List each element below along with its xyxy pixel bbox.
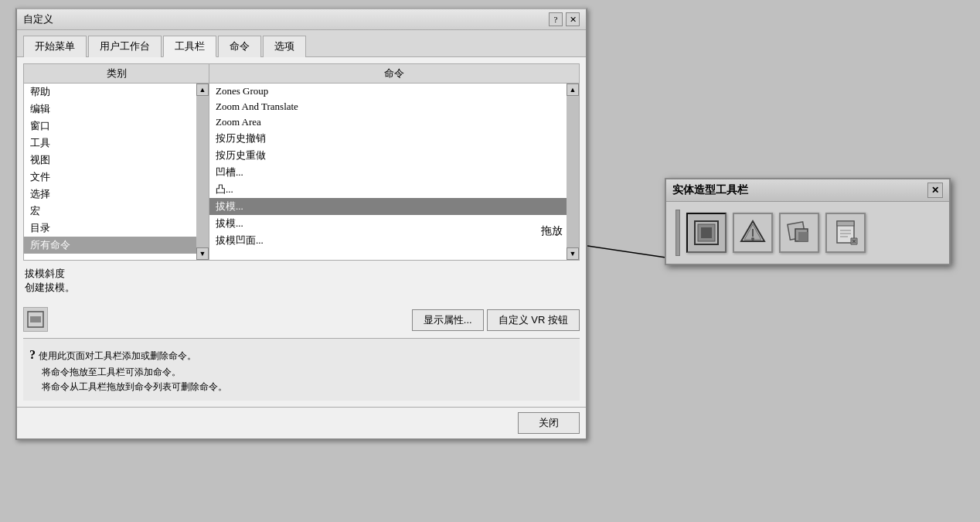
command-icon — [26, 310, 45, 329]
close-row: 关闭 — [17, 407, 586, 438]
description-line2: 创建拔模。 — [25, 281, 578, 295]
grip-bar — [675, 210, 680, 256]
bottom-buttons: 显示属性... 自定义 VR 按钮 — [412, 309, 580, 331]
right-list-item[interactable]: 凸... — [209, 181, 567, 198]
left-list[interactable]: 帮助 编辑 窗口 工具 视图 文件 选择 宏 目录 所有命令 — [24, 84, 196, 260]
tool-icon-2 — [738, 218, 767, 247]
show-properties-button[interactable]: 显示属性... — [412, 309, 484, 331]
tab-toolbar[interactable]: 工具栏 — [163, 36, 216, 57]
right-list-item[interactable]: Zones Group — [209, 84, 567, 99]
right-list-wrapper: Zones Group Zoom And Translate Zoom Area… — [209, 84, 579, 260]
columns-header: 类别 命令 — [23, 63, 580, 83]
left-scrollbar[interactable]: ▲ ▼ — [196, 84, 209, 260]
tool-icon-4 — [831, 218, 860, 247]
list-item[interactable]: 视图 — [24, 152, 196, 169]
close-dialog-button[interactable]: 关闭 — [518, 412, 580, 434]
scroll-track[interactable] — [567, 96, 579, 247]
right-list-item[interactable]: 按历史撤销 — [209, 130, 567, 147]
toolbar-popup-title: 实体造型工具栏 — [672, 183, 748, 197]
customize-vr-button[interactable]: 自定义 VR 按钮 — [487, 309, 580, 331]
list-item[interactable]: 文件 — [24, 169, 196, 186]
svg-rect-14 — [837, 221, 854, 226]
svg-rect-5 — [701, 227, 712, 238]
description-line1: 拔模斜度 — [25, 267, 578, 281]
title-controls: ? ✕ — [549, 12, 580, 26]
description-area: 拔模斜度 创建拔模。 — [23, 264, 580, 302]
col-header-category: 类别 — [24, 64, 209, 83]
info-area: ?使用此页面对工具栏添加或删除命令。 将命令拖放至工具栏可添加命令。 将命令从工… — [23, 338, 580, 401]
toolbar-icon-btn-2[interactable] — [733, 213, 773, 253]
right-list-item[interactable]: 拔模... — [209, 215, 567, 232]
help-button[interactable]: ? — [549, 12, 563, 26]
close-button[interactable]: ✕ — [566, 12, 580, 26]
right-list-item[interactable]: 拔模凹面... — [209, 232, 567, 249]
info-line3: 将命令从工具栏拖放到命令列表可删除命令。 — [42, 381, 227, 392]
right-list-item[interactable]: Zoom And Translate — [209, 99, 567, 114]
list-item[interactable]: 编辑 — [24, 101, 196, 118]
svg-rect-12 — [798, 232, 808, 241]
icon-preview — [23, 307, 48, 332]
list-item[interactable]: 宏 — [24, 203, 196, 220]
scroll-track[interactable] — [196, 96, 209, 247]
info-line1: 使用此页面对工具栏添加或删除命令。 — [39, 350, 196, 361]
scroll-up-btn[interactable]: ▲ — [196, 84, 209, 96]
svg-rect-2 — [30, 316, 41, 322]
tool-icon-3 — [784, 218, 814, 247]
right-list-item[interactable]: 凹槽... — [209, 164, 567, 181]
tab-user-workbench[interactable]: 用户工作台 — [88, 36, 162, 57]
dialog-titlebar: 自定义 ? ✕ — [17, 9, 586, 30]
right-list-item[interactable]: Zoom Area — [209, 114, 567, 130]
list-item[interactable]: 工具 — [24, 135, 196, 152]
toolbar-icon-btn-4[interactable] — [825, 213, 866, 253]
right-scrollbar[interactable]: ▲ ▼ — [567, 84, 579, 260]
dialog-title: 自定义 — [23, 12, 53, 26]
tab-options[interactable]: 选项 — [263, 36, 306, 57]
toolbar-popup-content — [666, 202, 949, 264]
list-item[interactable]: 目录 — [24, 220, 196, 237]
right-list[interactable]: Zones Group Zoom And Translate Zoom Area… — [209, 84, 567, 260]
scroll-up-btn[interactable]: ▲ — [567, 84, 579, 96]
columns-area: 帮助 编辑 窗口 工具 视图 文件 选择 宏 目录 所有命令 ▲ ▼ — [23, 83, 580, 261]
scroll-down-btn[interactable]: ▼ — [196, 247, 209, 260]
tab-commands[interactable]: 命令 — [218, 36, 261, 57]
drag-label: 拖放 — [541, 224, 563, 238]
toolbar-popup: 实体造型工具栏 ✕ — [665, 178, 951, 265]
main-dialog: 自定义 ? ✕ 开始菜单 用户工作台 工具栏 命令 选项 类别 命令 帮助 编辑… — [15, 8, 587, 440]
list-item[interactable]: 选择 — [24, 186, 196, 203]
list-item[interactable]: 窗口 — [24, 118, 196, 135]
toolbar-icon-btn-3[interactable] — [779, 213, 819, 253]
list-item[interactable]: 帮助 — [24, 84, 196, 101]
right-list-item[interactable]: 按历史重做 — [209, 147, 567, 164]
dialog-content: 类别 命令 帮助 编辑 窗口 工具 视图 文件 选择 宏 目录 所有命令 — [17, 57, 586, 407]
svg-point-9 — [751, 237, 754, 241]
toolbar-popup-titlebar: 实体造型工具栏 ✕ — [666, 179, 949, 202]
toolbar-icon-btn-1[interactable] — [686, 213, 726, 253]
scroll-down-btn[interactable]: ▼ — [567, 247, 579, 260]
info-question-mark: ? — [29, 348, 36, 361]
tool-icon-1 — [692, 218, 721, 247]
list-item-selected[interactable]: 所有命令 — [24, 237, 196, 254]
tab-start-menu[interactable]: 开始菜单 — [23, 36, 87, 57]
icon-preview-area — [23, 307, 54, 332]
right-list-item-selected[interactable]: 拔模... — [209, 198, 567, 215]
left-list-wrapper: 帮助 编辑 窗口 工具 视图 文件 选择 宏 目录 所有命令 ▲ ▼ — [24, 84, 209, 260]
tab-bar: 开始菜单 用户工作台 工具栏 命令 选项 — [17, 30, 586, 57]
info-line2: 将命令拖放至工具栏可添加命令。 — [42, 367, 181, 377]
col-header-command: 命令 — [209, 64, 579, 83]
toolbar-popup-close-button[interactable]: ✕ — [927, 183, 943, 198]
